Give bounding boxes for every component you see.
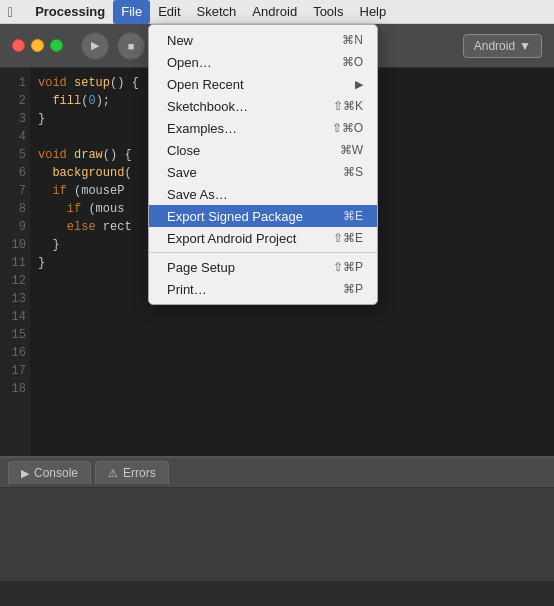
menu-export-android[interactable]: Export Android Project ⇧⌘E (149, 227, 377, 249)
menu-page-setup[interactable]: Page Setup ⇧⌘P (149, 256, 377, 278)
stop-button[interactable]: ■ (117, 32, 145, 60)
close-button[interactable] (12, 39, 25, 52)
menu-android[interactable]: Android (244, 0, 305, 24)
tab-bar: ▶ Console ⚠ Errors (0, 458, 554, 488)
menu-close[interactable]: Close ⌘W (149, 139, 377, 161)
menu-file[interactable]: File (113, 0, 150, 24)
menu-sketch[interactable]: Sketch (189, 0, 245, 24)
console-label: Console (34, 466, 78, 480)
menu-edit[interactable]: Edit (150, 0, 188, 24)
warning-icon: ⚠ (108, 467, 118, 480)
menu-processing[interactable]: Processing (27, 0, 113, 24)
menu-sketchbook[interactable]: Sketchbook… ⇧⌘K (149, 95, 377, 117)
apple-menu[interactable]:  (8, 4, 13, 20)
menu-examples[interactable]: Examples… ⇧⌘O (149, 117, 377, 139)
menu-open[interactable]: Open… ⌘O (149, 51, 377, 73)
menu-save-as[interactable]: Save As… (149, 183, 377, 205)
minimize-button[interactable] (31, 39, 44, 52)
menu-save[interactable]: Save ⌘S (149, 161, 377, 183)
file-dropdown-menu: New ⌘N Open… ⌘O Open Recent ▶ Sketchbook… (148, 24, 378, 305)
code-line-14 (38, 308, 546, 326)
menu-help[interactable]: Help (352, 0, 395, 24)
menu-bar:  Processing File Edit Sketch Android To… (0, 0, 554, 24)
window-controls (12, 39, 63, 52)
errors-tab[interactable]: ⚠ Errors (95, 461, 169, 484)
menu-export-signed[interactable]: Export Signed Package ⌘E (149, 205, 377, 227)
status-bar: ▶ Console ⚠ Errors (0, 456, 554, 581)
menu-new[interactable]: New ⌘N (149, 29, 377, 51)
run-button[interactable]: ▶ (81, 32, 109, 60)
maximize-button[interactable] (50, 39, 63, 52)
android-dropdown[interactable]: Android ▼ (463, 34, 542, 58)
line-numbers: 1 2 3 4 5 6 7 8 9 10 11 12 13 14 15 16 1… (0, 68, 30, 456)
errors-label: Errors (123, 466, 156, 480)
menu-open-recent[interactable]: Open Recent ▶ (149, 73, 377, 95)
menu-tools[interactable]: Tools (305, 0, 351, 24)
menu-print[interactable]: Print… ⌘P (149, 278, 377, 300)
chevron-down-icon: ▼ (519, 39, 531, 53)
android-label: Android (474, 39, 515, 53)
separator-1 (149, 252, 377, 253)
console-tab[interactable]: ▶ Console (8, 461, 91, 484)
console-icon: ▶ (21, 467, 29, 480)
